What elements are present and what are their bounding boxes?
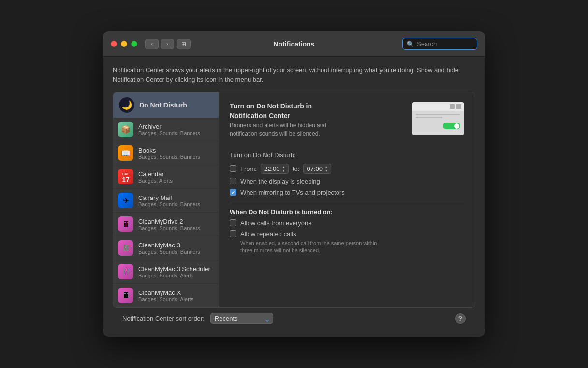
minimize-button[interactable] [121,41,127,47]
preview-lines [412,111,464,123]
allow-calls-row: Allow calls from everyone [230,219,464,227]
display-sleeping-label: When the display is sleeping [240,178,320,185]
mirroring-label: When mirroring to TVs and projectors [240,189,345,196]
to-time-input[interactable]: 07:00 ▲ ▼ [303,164,331,174]
dnd-icon: 🌙 [119,97,134,113]
repeated-calls-checkbox[interactable] [230,230,236,237]
preview-line-2 [416,117,442,118]
when-label: When Do Not Disturb is turned on: [230,208,464,215]
sidebar-item-cleanmydrive[interactable]: 🖥 CleanMyDrive 2 Badges, Sounds, Banners [113,213,219,236]
to-label: to: [293,165,299,172]
scheduler-text: CleanMyMac 3 Scheduler Badges, Sounds, A… [138,265,210,278]
allow-calls-label: Allow calls from everyone [240,219,311,227]
search-icon: 🔍 [407,41,414,47]
preview-toggle-knob [454,123,459,129]
sidebar-item-books[interactable]: 📖 Books Badges, Sounds, Banners [113,141,219,165]
books-icon: 📖 [118,145,133,161]
preview-top-bar [412,102,464,111]
mirroring-checkbox[interactable] [230,189,236,196]
scheduler-icon: 🖥 [118,264,133,279]
from-checkbox[interactable] [230,165,236,172]
dnd-label: Do Not Disturb [139,101,187,109]
to-time-value: 07:00 [307,165,323,172]
bottom-bar: Notification Center sort order: Recents … [113,308,475,329]
cleanmydrive-text: CleanMyDrive 2 Badges, Sounds, Banners [138,218,200,231]
close-button[interactable] [111,41,117,47]
calendar-icon: CAL 17 [118,169,133,184]
books-text: Books Badges, Sounds, Banners [138,147,200,160]
sidebar-item-canary-mail[interactable]: ✈ Canary Mail Badges, Sounds, Banners [113,189,219,213]
header-row: Turn on Do Not Disturb in Notification C… [230,102,464,146]
sidebar-item-calendar[interactable]: CAL 17 Calendar Badges, Alerts [113,165,219,189]
to-time-down[interactable]: ▼ [324,169,328,172]
to-time-stepper[interactable]: ▲ ▼ [324,165,328,172]
sidebar: 🌙 Do Not Disturb 📦 Archiver Badges, Soun… [113,92,219,307]
sidebar-item-cleanmymac3[interactable]: 🖥 CleanMyMac 3 Badges, Sounds, Banners [113,236,219,260]
turn-on-label: Turn on Do Not Disturb: [230,152,464,159]
repeated-calls-row: Allow repeated calls [230,230,464,238]
header-text: Turn on Do Not Disturb in Notification C… [230,102,406,146]
from-time-stepper[interactable]: ▲ ▼ [282,165,285,172]
allow-calls-checkbox[interactable] [230,219,236,226]
from-label: From: [240,165,257,172]
cleanmydrive-icon: 🖥 [118,216,133,232]
content-area: Notification Center shows your alerts in… [103,57,485,337]
forward-button[interactable]: › [161,39,174,49]
section-subtitle: Banners and alerts will be hidden andnot… [230,122,406,138]
preview-icon2 [456,104,461,109]
preview-toggle [443,123,460,129]
sidebar-item-scheduler[interactable]: 🖥 CleanMyMac 3 Scheduler Badges, Sounds,… [113,260,219,284]
back-icon: ‹ [151,41,153,47]
preview-line-1 [416,114,460,115]
preview-bottom [412,123,464,132]
canary-icon: ✈ [118,193,133,208]
canary-text: Canary Mail Badges, Sounds, Banners [138,194,200,207]
description-text: Notification Center shows your alerts in… [113,65,475,84]
sidebar-item-do-not-disturb[interactable]: 🌙 Do Not Disturb [113,92,219,118]
section-title-line2: Notification Center [230,112,406,120]
maximize-button[interactable] [131,41,137,47]
display-sleeping-checkbox[interactable] [230,178,236,184]
sidebar-item-archiver[interactable]: 📦 Archiver Badges, Sounds, Banners [113,118,219,141]
repeated-calls-label: Allow repeated calls [240,230,296,238]
to-time-up[interactable]: ▲ [324,165,328,169]
window-title: Notifications [274,40,315,48]
sort-dropdown[interactable]: Recents Recents by App Manually [210,313,273,324]
cleanmymacx-icon: 🖥 [118,288,133,303]
grid-icon: ⊞ [181,41,186,47]
traffic-lights [111,41,137,47]
from-time-input[interactable]: 22:00 ▲ ▼ [261,164,289,174]
divider [230,202,464,202]
sidebar-item-cleanmymacx[interactable]: 🖥 CleanMyMac X Badges, Sounds, Alerts [113,284,219,307]
time-row: From: 22:00 ▲ ▼ to: 07:00 ▲ ▼ [230,164,464,174]
cleanmymacx-text: CleanMyMac X Badges, Sounds, Alerts [138,289,193,302]
main-panel: 🌙 Do Not Disturb 📦 Archiver Badges, Soun… [113,92,475,308]
display-sleeping-row: When the display is sleeping [230,178,464,185]
from-time-up[interactable]: ▲ [282,165,285,169]
preferences-window: ‹ › ⊞ Notifications 🔍 Notification Cente… [103,31,485,337]
section-title-line1: Turn on Do Not Disturb in [230,102,406,110]
repeated-calls-helper: When enabled, a second call from the sam… [240,240,464,255]
archiver-icon: 📦 [118,122,133,137]
back-button[interactable]: ‹ [145,39,159,49]
from-time-value: 22:00 [264,165,280,172]
nav-buttons: ‹ › [145,39,174,49]
grid-button[interactable]: ⊞ [177,39,191,49]
calendar-text: Calendar Badges, Alerts [138,170,173,184]
search-input[interactable] [417,40,473,47]
cleanmymac3-icon: 🖥 [118,240,133,256]
sort-dropdown-wrapper[interactable]: Recents Recents by App Manually ⌄ [210,313,273,324]
right-panel: Turn on Do Not Disturb in Notification C… [219,92,475,307]
preview-icon [450,104,455,109]
mirroring-row: When mirroring to TVs and projectors [230,189,464,196]
help-button[interactable]: ? [455,313,466,324]
forward-icon: › [166,41,168,47]
cleanmymac3-text: CleanMyMac 3 Badges, Sounds, Banners [138,242,200,255]
archiver-text: Archiver Badges, Sounds, Banners [138,123,200,136]
dnd-preview [412,102,464,135]
search-box[interactable]: 🔍 [402,38,477,50]
from-time-down[interactable]: ▼ [282,169,285,172]
sort-label: Notification Center sort order: [122,315,205,322]
titlebar: ‹ › ⊞ Notifications 🔍 [103,31,485,57]
